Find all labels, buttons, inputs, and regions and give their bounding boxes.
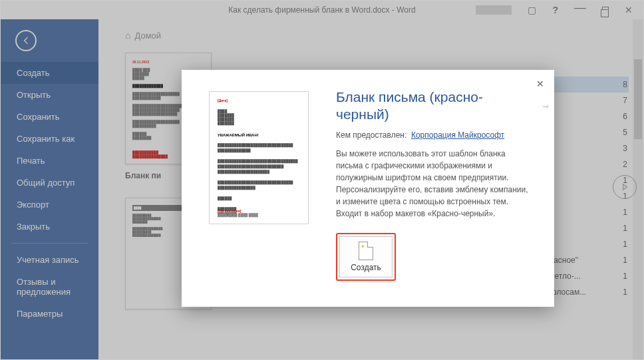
provider-link[interactable]: Корпорация Майкрософт (411, 130, 504, 140)
svg-marker-0 (623, 184, 627, 190)
modal-close-button[interactable]: ✕ (533, 77, 548, 91)
create-button[interactable]: ✦ Создать (339, 236, 393, 277)
template-provider: Кем предоставлен: Корпорация Майкрософт (336, 130, 532, 140)
template-title: Бланк письма (красно-черный) (336, 89, 532, 124)
template-preview-modal: ✕ ⊸ [Дата] █████████████████████████ УВА… (182, 70, 554, 307)
new-document-icon: ✦ (359, 242, 373, 260)
create-button-label: Создать (351, 263, 381, 272)
next-arrow-button[interactable] (613, 175, 637, 199)
create-button-highlight: ✦ Создать (336, 233, 396, 281)
template-description: Вы можете использовать этот шаблон бланк… (336, 148, 532, 220)
template-preview: [Дата] █████████████████████████ УВАЖАЕМ… (209, 91, 309, 224)
pin-icon[interactable]: ⊸ (542, 102, 549, 111)
